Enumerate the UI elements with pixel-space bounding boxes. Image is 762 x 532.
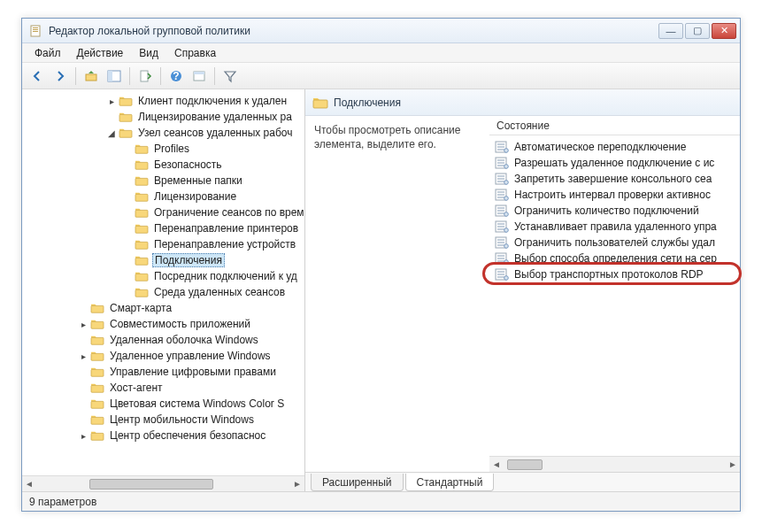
svg-rect-25 (91, 305, 104, 312)
detail-pane: Подключения Чтобы просмотреть описание э… (305, 89, 740, 491)
setting-item[interactable]: Разрешать удаленное подключение с ис (489, 155, 740, 171)
window-title: Редактор локальной групповой политики (49, 25, 658, 37)
tree-pane: ▸Клиент подключения к удаленЛицензирован… (22, 89, 305, 491)
svg-rect-21 (135, 242, 148, 249)
collapse-icon[interactable]: ◢ (106, 127, 117, 138)
up-button[interactable] (81, 66, 101, 86)
tree-item-selected[interactable]: Подключения (22, 252, 304, 268)
tree-item-label: Управление цифровыми правами (108, 366, 278, 378)
tree-item-label: Смарт-карта (108, 302, 173, 314)
tree-item[interactable]: Посредник подключений к уд (22, 268, 304, 284)
setting-icon (495, 268, 509, 281)
setting-item[interactable]: Ограничить пользователей службы удал (489, 235, 740, 251)
expand-placeholder (122, 287, 133, 297)
tree-item-label: Цветовая система Windows Color S (108, 397, 286, 410)
expand-placeholder (122, 207, 133, 218)
expand-icon[interactable]: ▸ (106, 96, 117, 106)
tree-item[interactable]: ◢Узел сеансов удаленных рабоч (22, 125, 304, 141)
properties-button[interactable] (189, 66, 209, 86)
toolbar-separator (75, 67, 76, 85)
tree-item[interactable]: Перенаправление устройств (22, 236, 304, 252)
svg-rect-22 (135, 258, 148, 265)
expand-icon[interactable]: ▸ (78, 430, 89, 441)
scroll-left-icon[interactable]: ◄ (489, 458, 504, 472)
tab-standard[interactable]: Стандартный (405, 474, 495, 491)
tree-item[interactable]: Хост-агент (22, 380, 304, 396)
tree-item[interactable]: Перенаправление принтеров (22, 220, 304, 236)
svg-rect-13 (119, 114, 132, 121)
folder-icon (119, 127, 133, 139)
export-button[interactable] (135, 66, 155, 86)
toolbar: ? (22, 63, 740, 89)
menu-view[interactable]: Вид (132, 45, 165, 61)
forward-button[interactable] (50, 66, 70, 86)
scroll-thumb[interactable] (507, 459, 543, 470)
tree-horizontal-scrollbar[interactable]: ◄ ► (22, 475, 304, 491)
toolbar-separator (129, 67, 130, 85)
expand-icon[interactable]: ▸ (78, 351, 89, 361)
tree-item[interactable]: ▸Центр обеспечения безопаснос (22, 428, 304, 443)
scroll-thumb[interactable] (89, 479, 213, 490)
tree-item[interactable]: Profiles (22, 141, 304, 157)
svg-point-39 (504, 149, 509, 153)
setting-icon (495, 252, 509, 265)
minimize-button[interactable]: — (658, 23, 683, 39)
maximize-button[interactable]: ▢ (685, 23, 710, 39)
tree-item[interactable]: Смарт-карта (22, 300, 304, 316)
tree-item[interactable]: Лицензирование (22, 189, 304, 204)
menu-help[interactable]: Справка (167, 45, 223, 61)
setting-item-label: Разрешать удаленное подключение с ис (514, 157, 714, 169)
tree-item[interactable]: Удаленная оболочка Windows (22, 332, 304, 348)
titlebar: Редактор локальной групповой политики — … (22, 19, 740, 43)
folder-icon (135, 286, 149, 298)
tree-item-label: Удаленное управление Windows (108, 350, 273, 362)
tree-item[interactable]: Временные папки (22, 173, 304, 189)
scroll-right-icon[interactable]: ► (290, 477, 304, 491)
menu-action[interactable]: Действие (70, 45, 131, 61)
setting-item[interactable]: Настроить интервал проверки активнос (489, 187, 740, 203)
tree-item[interactable]: ▸Клиент подключения к удален (22, 93, 304, 109)
svg-rect-23 (135, 274, 148, 281)
column-header-state[interactable]: Состояние (489, 116, 740, 135)
expand-placeholder (78, 414, 89, 425)
folder-icon (90, 397, 104, 410)
tree-item[interactable]: ▸Совместимость приложений (22, 316, 304, 332)
expand-icon[interactable]: ▸ (78, 319, 89, 329)
tree-item[interactable]: Среда удаленных сеансов (22, 284, 304, 300)
tree-item[interactable]: ▸Удаленное управление Windows (22, 348, 304, 364)
setting-item[interactable]: Запретить завершение консольного сеа (489, 171, 740, 187)
setting-item[interactable]: Автоматическое переподключение (489, 139, 740, 155)
back-button[interactable] (27, 66, 47, 86)
folder-icon (90, 366, 104, 378)
folder-icon (135, 238, 149, 251)
setting-icon (495, 157, 509, 169)
close-button[interactable]: ✕ (712, 23, 736, 39)
menu-file[interactable]: Файл (27, 45, 68, 61)
tree-item[interactable]: Цветовая система Windows Color S (22, 396, 304, 412)
tab-extended[interactable]: Расширенный (311, 474, 404, 491)
setting-item[interactable]: Выбор способа определения сети на сер (489, 251, 740, 266)
setting-item-label: Автоматическое переподключение (514, 141, 686, 153)
tree[interactable]: ▸Клиент подключения к удаленЛицензирован… (22, 89, 304, 475)
tree-item[interactable]: Управление цифровыми правами (22, 364, 304, 380)
setting-item[interactable]: Устанавливает правила удаленного упра (489, 219, 740, 235)
scroll-right-icon[interactable]: ► (726, 458, 740, 472)
setting-item-highlighted[interactable]: Выбор транспортных протоколов RDP (489, 266, 740, 282)
scroll-left-icon[interactable]: ◄ (22, 477, 36, 491)
tree-item-label: Лицензирование удаленных ра (136, 111, 294, 123)
tree-item[interactable]: Лицензирование удаленных ра (22, 109, 304, 125)
tree-item[interactable]: Ограничение сеансов по врем (22, 204, 304, 220)
tree-item-label: Временные папки (152, 174, 244, 187)
setting-item[interactable]: Ограничить количество подключений (489, 203, 740, 219)
expand-placeholder (78, 303, 89, 313)
view-tabs: Расширенный Стандартный (305, 472, 740, 491)
help-button[interactable]: ? (166, 66, 186, 86)
detail-description: Чтобы просмотреть описание элемента, выд… (305, 116, 489, 472)
tree-item[interactable]: Безопасность (22, 157, 304, 173)
tree-item[interactable]: Центр мобильности Windows (22, 412, 304, 428)
filter-button[interactable] (220, 66, 240, 86)
list-horizontal-scrollbar[interactable]: ◄ ► (489, 456, 740, 472)
expand-placeholder (122, 223, 133, 234)
tree-item-label: Безопасность (152, 158, 224, 171)
show-tree-button[interactable] (104, 66, 124, 86)
